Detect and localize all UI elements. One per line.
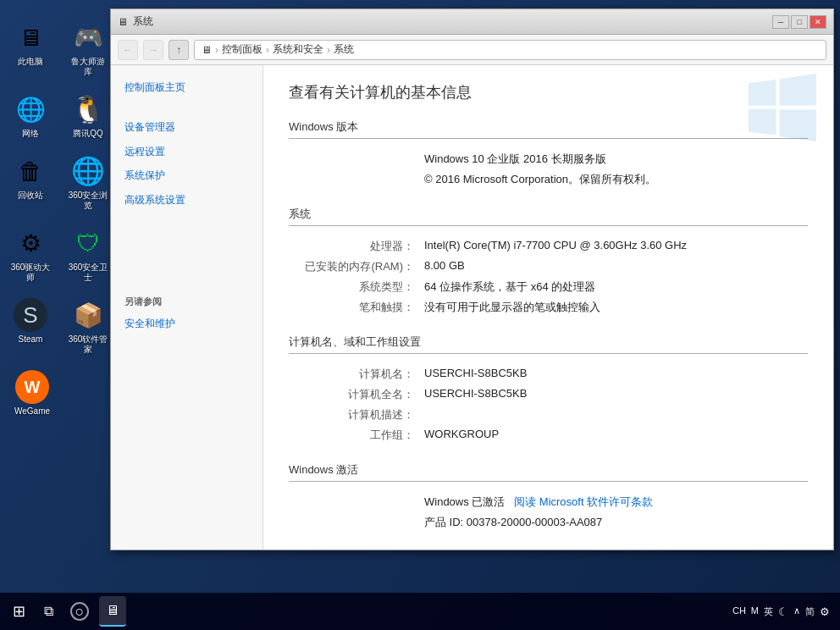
360-safe-label: 360安全浏览 bbox=[69, 191, 108, 211]
sidebar-item-advanced[interactable]: 高级系统设置 bbox=[111, 188, 262, 213]
icons-row-1: 🖥 此电脑 🎮 鲁大师游库 bbox=[3, 15, 115, 82]
window-content: 控制面板主页 设备管理器 远程设置 系统保护 高级系统设置 另请参阅 安全和维护 bbox=[111, 65, 833, 550]
activation-link[interactable]: 阅读 Microsoft 软件许可条款 bbox=[514, 495, 653, 508]
sidebar-item-device-manager[interactable]: 设备管理器 bbox=[111, 115, 262, 140]
processor-label: 处理器： bbox=[289, 236, 424, 257]
tray-lang-label: 英 bbox=[764, 605, 773, 618]
processor-value: Intel(R) Core(TM) i7-7700 CPU @ 3.60GHz … bbox=[424, 236, 808, 257]
system-table: 处理器： Intel(R) Core(TM) i7-7700 CPU @ 3.6… bbox=[289, 236, 808, 318]
windows-version-header: Windows 版本 bbox=[289, 119, 808, 139]
breadcrumb-home-icon: 🖥 bbox=[202, 44, 212, 56]
tray-moon-icon: ☾ bbox=[778, 605, 788, 618]
close-button[interactable]: ✕ bbox=[810, 15, 826, 29]
tray-icons: CH M 英 ☾ ∧ 简 ⚙ bbox=[732, 605, 830, 618]
taskbar-search[interactable]: ○ bbox=[64, 596, 96, 627]
network-label: 网络 bbox=[22, 129, 39, 139]
360-security-icon: 🛡 bbox=[71, 226, 105, 260]
steam-icon: S bbox=[14, 298, 47, 332]
360-software-label: 360软件管家 bbox=[69, 334, 108, 355]
table-row: 计算机描述： bbox=[289, 405, 808, 425]
desktop-icon-steam[interactable]: S Steam bbox=[3, 293, 58, 360]
breadcrumb-sep-1: › bbox=[215, 44, 218, 56]
system-section: 系统 处理器： Intel(R) Core(TM) i7-7700 CPU @ … bbox=[289, 207, 808, 318]
my-computer-label: 此电脑 bbox=[18, 57, 43, 67]
desktop-icon-my-computer[interactable]: 🖥 此电脑 bbox=[3, 15, 58, 82]
taskbar-system-window[interactable]: 🖥 bbox=[99, 596, 126, 627]
workgroup-value: WORKGROUP bbox=[424, 425, 808, 445]
activation-status: Windows 已激活 bbox=[424, 495, 505, 508]
table-row: 计算机全名： USERCHI-S8BC5KB bbox=[289, 384, 808, 405]
tray-settings-icon[interactable]: ⚙ bbox=[820, 605, 830, 618]
desktop-icon-360-safe[interactable]: 🌐 360安全浏览 bbox=[61, 149, 115, 216]
computer-fullname-value: USERCHI-S8BC5KB bbox=[424, 384, 808, 405]
table-row: 已安装的内存(RAM)： 8.00 GB bbox=[289, 257, 808, 277]
desktop-icon-wegame[interactable]: W WeGame bbox=[3, 365, 61, 422]
activation-spacer bbox=[289, 492, 424, 512]
forward-button[interactable]: → bbox=[143, 40, 163, 60]
my-computer-icon: 🖥 bbox=[14, 20, 47, 54]
360-safe-icon: 🌐 bbox=[71, 154, 105, 188]
back-button[interactable]: ← bbox=[118, 40, 138, 60]
taskbar-task-view[interactable]: ⧉ bbox=[37, 596, 60, 627]
edition-value: Windows 10 企业版 2016 长期服务版 bbox=[424, 149, 808, 169]
icons-row-5: S Steam 📦 360软件管家 bbox=[3, 293, 115, 360]
tray-up-arrow[interactable]: ∧ bbox=[793, 605, 800, 618]
game-lib-icon: 🎮 bbox=[71, 20, 105, 54]
wegame-icon: W bbox=[15, 370, 49, 404]
computer-name-section: 计算机名、域和工作组设置 计算机名： USERCHI-S8BC5KB 计算机全名… bbox=[289, 334, 808, 445]
icons-row-3: 🗑 回收站 🌐 360安全浏览 bbox=[3, 149, 115, 216]
breadcrumb-item-2: 系统和安全 bbox=[273, 42, 323, 57]
network-icon: 🌐 bbox=[14, 92, 47, 126]
desktop-icon-network[interactable]: 🌐 网络 bbox=[3, 87, 58, 144]
desktop-icon-tencent-qq[interactable]: 🐧 腾讯QQ bbox=[61, 87, 115, 144]
activation-status-cell: Windows 已激活 阅读 Microsoft 软件许可条款 bbox=[424, 492, 808, 512]
system-type-value: 64 位操作系统，基于 x64 的处理器 bbox=[424, 277, 808, 297]
minimize-button[interactable]: ─ bbox=[772, 15, 789, 29]
desktop-icon-recycle-bin[interactable]: 🗑 回收站 bbox=[3, 149, 58, 216]
breadcrumb-sep-2: › bbox=[266, 44, 269, 56]
desktop-icon-360-software[interactable]: 📦 360软件管家 bbox=[61, 293, 115, 360]
table-row: Windows 已激活 阅读 Microsoft 软件许可条款 bbox=[289, 492, 808, 512]
system-type-label: 系统类型： bbox=[289, 277, 424, 297]
computer-name-label: 计算机名： bbox=[289, 364, 424, 384]
activation-header: Windows 激活 bbox=[289, 462, 808, 482]
page-title: 查看有关计算机的基本信息 bbox=[289, 82, 808, 102]
icons-row-4: ⚙ 360驱动大师 🛡 360安全卫士 bbox=[3, 221, 115, 288]
window-controls: ─ □ ✕ bbox=[772, 15, 826, 29]
main-content-area: 查看有关计算机的基本信息 Windows 版本 Windows 10 企业版 2… bbox=[263, 65, 833, 550]
forward-icon: → bbox=[148, 44, 158, 56]
360-driver-icon: ⚙ bbox=[14, 226, 47, 260]
start-button[interactable]: ⊞ bbox=[3, 596, 34, 627]
window-icon: 🖥 bbox=[118, 16, 128, 28]
maximize-button[interactable]: □ bbox=[791, 15, 808, 29]
product-id-value: 产品 ID: 00378-20000-00003-AA087 bbox=[424, 512, 808, 533]
360-security-label: 360安全卫士 bbox=[69, 262, 108, 283]
system-window: 🖥 系统 ─ □ ✕ ← → ↑ 🖥 › 控制面板 bbox=[110, 8, 834, 550]
nav-bar: ← → ↑ 🖥 › 控制面板 › 系统和安全 › 系统 bbox=[111, 35, 833, 65]
sidebar-item-security-maintenance[interactable]: 安全和维护 bbox=[111, 312, 262, 336]
copyright-spacer bbox=[289, 169, 424, 190]
window-title-text: 系统 bbox=[133, 14, 153, 29]
recycle-bin-icon: 🗑 bbox=[14, 154, 47, 188]
copyright-value: © 2016 Microsoft Corporation。保留所有权利。 bbox=[424, 169, 808, 190]
product-id-spacer bbox=[289, 512, 424, 533]
sidebar-item-system-protection[interactable]: 系统保护 bbox=[111, 163, 262, 188]
window-title-area: 🖥 系统 bbox=[118, 14, 153, 29]
computer-desc-label: 计算机描述： bbox=[289, 405, 424, 425]
desktop-icon-360-driver[interactable]: ⚙ 360驱动大师 bbox=[3, 221, 58, 288]
tencent-qq-icon: 🐧 bbox=[71, 92, 105, 126]
computer-name-header: 计算机名、域和工作组设置 bbox=[289, 334, 808, 354]
sidebar-item-remote[interactable]: 远程设置 bbox=[111, 140, 262, 164]
start-icon: ⊞ bbox=[13, 602, 25, 621]
system-window-taskbar-icon: 🖥 bbox=[106, 603, 119, 618]
windows-version-section: Windows 版本 Windows 10 企业版 2016 长期服务版 © 2… bbox=[289, 119, 808, 190]
ram-label: 已安装的内存(RAM)： bbox=[289, 257, 424, 277]
breadcrumb[interactable]: 🖥 › 控制面板 › 系统和安全 › 系统 bbox=[194, 40, 826, 60]
tray-m-label: M bbox=[751, 605, 759, 618]
computer-desc-value bbox=[424, 405, 808, 425]
desktop-icon-game-lib[interactable]: 🎮 鲁大师游库 bbox=[61, 15, 115, 82]
desktop-icon-360-security[interactable]: 🛡 360安全卫士 bbox=[61, 221, 115, 288]
workgroup-label: 工作组： bbox=[289, 425, 424, 445]
sidebar-item-home[interactable]: 控制面板主页 bbox=[111, 75, 262, 100]
up-button[interactable]: ↑ bbox=[169, 40, 189, 60]
